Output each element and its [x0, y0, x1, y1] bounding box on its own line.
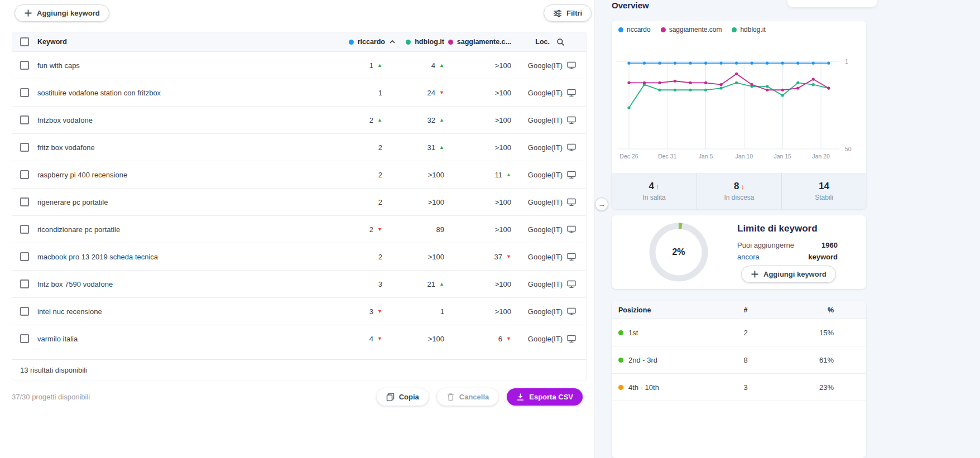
position-dot	[618, 358, 623, 363]
stat-item: 14Stabili	[781, 173, 866, 209]
column-header-riccardo[interactable]: riccardo	[315, 38, 396, 46]
row-checkbox[interactable]	[20, 252, 29, 261]
keyword-cell: fritz box vodafone	[37, 143, 301, 152]
keyword-limit-donut: 2%	[648, 221, 709, 283]
trend-icon: ▲	[439, 282, 444, 287]
table-row[interactable]: raspberry pi 400 recensione 2 >100 11▲ G…	[12, 161, 586, 188]
row-checkbox[interactable]	[20, 279, 29, 288]
row-checkbox[interactable]	[20, 143, 29, 152]
loc-cell: Google(IT)	[511, 61, 586, 70]
limit-text-line1: Puoi aggiungerne	[737, 240, 794, 252]
delete-button[interactable]: Cancella	[437, 388, 498, 406]
trend-icon: ▼	[377, 227, 382, 232]
legend-item[interactable]: saggiamente.com	[661, 26, 722, 33]
download-icon	[516, 393, 525, 401]
row-checkbox[interactable]	[20, 88, 29, 97]
position-percent: 23%	[785, 383, 866, 392]
table-row[interactable]: rigenerare pc portatile 2 >100 >100 Goog…	[12, 188, 586, 215]
select-all-checkbox[interactable]	[20, 37, 29, 46]
trend-icon: ▲	[377, 118, 382, 123]
filters-button[interactable]: Filtri	[544, 4, 592, 22]
trend-icon: ▼	[439, 90, 444, 95]
rank-cell-2: 1	[382, 307, 444, 316]
row-checkbox[interactable]	[20, 197, 29, 206]
add-keyword-label: Aggiungi keyword	[37, 9, 100, 17]
collapse-panel-button[interactable]: →	[595, 197, 608, 211]
legend-item[interactable]: riccardo	[618, 26, 651, 33]
table-row[interactable]: fritz box vodafone 2 31▲ >100 Google(IT)	[12, 133, 586, 161]
search-icon[interactable]	[556, 38, 565, 46]
row-checkbox[interactable]	[20, 307, 29, 316]
copy-button[interactable]: Copia	[377, 388, 429, 406]
trend-icon: ▲	[439, 118, 444, 123]
column-header-saggiamente[interactable]: saggiamente.c...	[444, 38, 511, 46]
row-checkbox[interactable]	[20, 115, 29, 124]
trend-icon: ▲	[439, 63, 444, 68]
overview-chart-card: riccardosaggiamente.comhdblog.it Dec 26D…	[612, 21, 866, 209]
column-header-keyword[interactable]: Keyword	[37, 38, 301, 46]
table-row[interactable]: fritz box 7590 vodafone 3 21▲ >100 Googl…	[12, 270, 586, 297]
positions-header-count: #	[707, 306, 785, 314]
desktop-icon	[567, 198, 576, 206]
limit-amount: 1960	[808, 240, 838, 252]
rank-cell-2: >100	[382, 198, 444, 206]
filter-icon	[553, 9, 562, 18]
rank-cell-2: 31▲	[382, 143, 444, 152]
table-row[interactable]: fun with caps 1▲ 4▲ >100 Google(IT)	[12, 51, 586, 79]
trash-icon	[446, 393, 455, 401]
position-count: 8	[707, 356, 785, 364]
rank-cell-2: >100	[382, 335, 444, 343]
limit-amount-unit: keyword	[808, 252, 838, 263]
chart-legend: riccardosaggiamente.comhdblog.it	[618, 26, 766, 33]
row-checkbox[interactable]	[20, 61, 29, 70]
loc-cell: Google(IT)	[511, 171, 586, 179]
bottom-bar: 37/30 progetti disponibili Copia Cancell…	[12, 387, 587, 406]
column-header-loc[interactable]: Loc.	[511, 38, 586, 46]
keyword-cell: intel nuc recensione	[37, 307, 301, 316]
sort-asc-icon	[389, 40, 396, 44]
overview-title: Overview	[612, 1, 649, 10]
table-row[interactable]: fritzbox vodafone 2▲ 32▲ >100 Google(IT)	[12, 106, 586, 133]
row-checkbox[interactable]	[20, 334, 29, 343]
table-row[interactable]: intel nuc recensione 3▼ 1 >100 Google(IT…	[12, 297, 586, 325]
stat-item: 4↑In salita	[612, 173, 696, 209]
row-checkbox[interactable]	[20, 170, 29, 179]
series-dot-riccardo	[349, 40, 354, 45]
keyword-cell: ricondizionare pc portatile	[37, 225, 301, 234]
rank-cell-2: >100	[382, 171, 444, 179]
add-keyword-button[interactable]: Aggiungi keyword	[15, 4, 109, 22]
position-dot	[618, 385, 623, 390]
rank-cell-3: 11▲	[444, 171, 511, 179]
row-checkbox[interactable]	[20, 225, 29, 234]
rank-cell-2: 32▲	[382, 116, 444, 124]
plus-icon	[24, 9, 32, 17]
position-row[interactable]: 4th - 10th323%	[612, 373, 866, 401]
table-row[interactable]: macbook pro 13 2019 scheda tecnica 2 >10…	[12, 243, 586, 270]
copy-icon	[386, 393, 395, 401]
rank-cell-2: 24▼	[382, 89, 444, 97]
positions-body: 1st215%2nd - 3rd861%4th - 10th323%	[612, 319, 866, 401]
trend-stats: 4↑In salita8↓In discesa14Stabili	[612, 173, 866, 209]
position-row[interactable]: 2nd - 3rd861%	[612, 346, 866, 373]
rank-cell-1: 1▲	[301, 61, 382, 70]
desktop-icon	[567, 171, 576, 179]
rank-cell-1: 2▲	[301, 116, 382, 124]
keyword-cell: macbook pro 13 2019 scheda tecnica	[37, 253, 301, 261]
desktop-icon	[567, 253, 576, 261]
rank-cell-1: 3	[301, 280, 382, 288]
up-arrow-icon: ↑	[656, 182, 660, 191]
position-percent: 61%	[785, 356, 866, 364]
desktop-icon	[567, 335, 576, 343]
position-row[interactable]: 1st215%	[612, 319, 866, 346]
loc-cell: Google(IT)	[511, 335, 586, 343]
stat-value: 14	[819, 181, 829, 192]
svg-text:1: 1	[845, 58, 848, 65]
table-row[interactable]: sostituire vodafone station con fritzbox…	[12, 79, 586, 106]
export-csv-button[interactable]: Esporta CSV	[507, 388, 583, 406]
table-row[interactable]: varmilo italia 4▼ >100 6▼ Google(IT)	[12, 325, 586, 352]
add-keyword-button-secondary[interactable]: Aggiungi keyword	[741, 266, 836, 283]
desktop-icon	[567, 116, 576, 124]
legend-item[interactable]: hdblog.it	[732, 26, 765, 33]
loc-cell: Google(IT)	[511, 253, 586, 261]
table-row[interactable]: ricondizionare pc portatile 2▼ 89 >100 G…	[12, 215, 586, 243]
